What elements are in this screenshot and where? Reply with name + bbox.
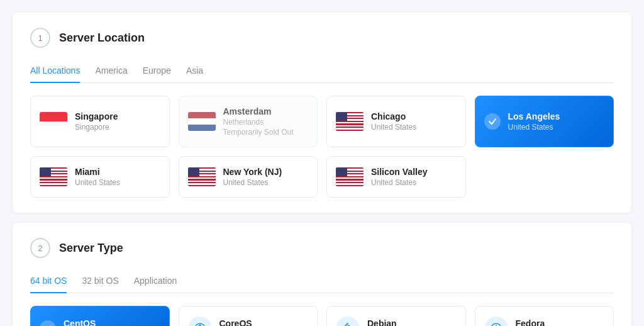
server-card-fedora[interactable]: Fedora Select Version — [475, 306, 614, 326]
flag-chicago — [336, 112, 364, 131]
server-location-section: 1 Server Location All Locations America … — [13, 13, 631, 213]
tab-32bit[interactable]: 32 bit OS — [82, 271, 118, 293]
server-name-centos: CentOS — [64, 318, 160, 326]
tab-all-locations[interactable]: All Locations — [30, 60, 80, 83]
flag-miami — [40, 167, 67, 186]
location-info-miami: Miami United States — [75, 167, 160, 187]
server-info-centos: CentOS 7 x64 — [64, 318, 160, 326]
location-name-chicago: Chicago — [371, 111, 457, 121]
server-type-title: Server Type — [59, 242, 123, 255]
centos-check-icon — [40, 320, 56, 326]
location-extra-amsterdam: Temporarily Sold Out — [223, 128, 309, 137]
debian-icon — [336, 317, 360, 326]
location-name-los-angeles: Los Angeles — [508, 111, 605, 121]
location-card-amsterdam[interactable]: Amsterdam Netherlands Temporarily Sold O… — [179, 96, 318, 147]
location-info-new-york: New York (NJ) United States — [223, 167, 309, 187]
step-2-number: 2 — [30, 238, 50, 258]
location-sub-new-york: United States — [223, 178, 309, 187]
flag-silicon-valley — [336, 167, 364, 186]
location-tabs: All Locations America Europe Asia — [30, 60, 614, 83]
location-info-silicon-valley: Silicon Valley United States — [371, 167, 457, 187]
location-sub-miami: United States — [75, 178, 160, 187]
flag-singapore — [40, 112, 67, 131]
server-card-debian[interactable]: Debian Select Version — [326, 306, 466, 326]
flag-amsterdam — [188, 112, 216, 131]
server-location-header: 1 Server Location — [30, 28, 614, 48]
server-type-section: 2 Server Type 64 bit OS 32 bit OS Applic… — [13, 223, 631, 326]
tab-europe[interactable]: Europe — [143, 60, 171, 83]
location-name-amsterdam: Amsterdam — [223, 106, 309, 116]
selected-check-icon — [484, 113, 501, 130]
server-card-coreos[interactable]: CoreOS Stable x64 — [179, 306, 318, 326]
fedora-icon — [484, 317, 508, 326]
location-info-amsterdam: Amsterdam Netherlands Temporarily Sold O… — [223, 106, 309, 137]
coreos-icon — [188, 317, 212, 326]
location-name-new-york: New York (NJ) — [223, 167, 309, 177]
location-sub-los-angeles: United States — [508, 123, 605, 132]
step-1-number: 1 — [30, 28, 50, 48]
server-info-coreos: CoreOS Stable x64 — [219, 318, 309, 326]
location-sub-chicago: United States — [371, 123, 457, 132]
server-info-fedora: Fedora Select Version — [516, 318, 605, 326]
tab-64bit[interactable]: 64 bit OS — [30, 271, 67, 293]
location-sub-singapore: Singapore — [75, 123, 160, 132]
location-sub-amsterdam: Netherlands — [223, 118, 309, 126]
tab-asia[interactable]: Asia — [186, 60, 203, 83]
location-card-new-york[interactable]: New York (NJ) United States — [179, 156, 318, 198]
location-sub-silicon-valley: United States — [371, 178, 457, 187]
tab-america[interactable]: America — [95, 60, 127, 83]
location-name-singapore: Singapore — [75, 111, 160, 121]
location-cards-grid: Singapore Singapore Amsterdam Netherland… — [30, 96, 614, 198]
server-location-title: Server Location — [59, 31, 145, 45]
server-name-coreos: CoreOS — [219, 318, 309, 326]
server-cards-grid: CentOS 7 x64 CoreOS Stable x64 — [30, 306, 614, 326]
server-name-debian: Debian — [367, 318, 457, 326]
location-card-miami[interactable]: Miami United States — [30, 156, 170, 198]
flag-new-york — [188, 167, 216, 186]
location-card-chicago[interactable]: Chicago United States — [326, 96, 466, 147]
location-card-singapore[interactable]: Singapore Singapore — [30, 96, 170, 147]
location-info-los-angeles: Los Angeles United States — [508, 111, 605, 132]
server-name-fedora: Fedora — [516, 318, 605, 326]
tab-application[interactable]: Application — [134, 271, 177, 293]
location-card-los-angeles[interactable]: Los Angeles United States — [475, 96, 614, 147]
server-card-centos[interactable]: CentOS 7 x64 — [30, 306, 170, 326]
location-info-chicago: Chicago United States — [371, 111, 457, 132]
server-info-debian: Debian Select Version — [367, 318, 457, 326]
location-name-miami: Miami — [75, 167, 160, 177]
location-card-silicon-valley[interactable]: Silicon Valley United States — [326, 156, 466, 198]
server-type-tabs: 64 bit OS 32 bit OS Application — [30, 271, 614, 293]
server-type-header: 2 Server Type — [30, 238, 614, 258]
location-info-singapore: Singapore Singapore — [75, 111, 160, 132]
location-name-silicon-valley: Silicon Valley — [371, 167, 457, 177]
